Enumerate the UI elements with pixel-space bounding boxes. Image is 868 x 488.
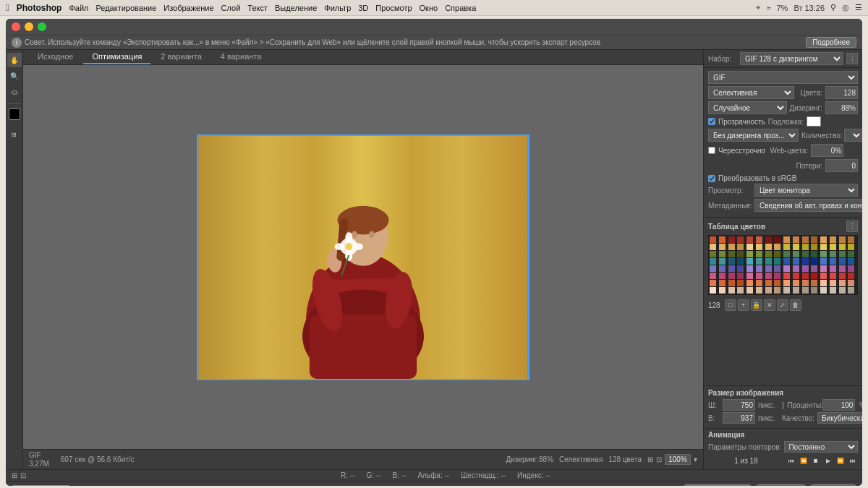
color-cell-126[interactable] — [839, 287, 846, 294]
color-cell-71[interactable] — [774, 265, 780, 272]
menu-text[interactable]: Текст — [247, 4, 268, 12]
shift-color-btn[interactable]: ⤢ — [777, 299, 788, 311]
notification-icon[interactable]: ◎ — [842, 3, 849, 12]
color-cell-43[interactable] — [811, 251, 817, 257]
color-cell-45[interactable] — [830, 251, 836, 257]
apple-logo-icon[interactable]:  — [6, 2, 9, 13]
menu-select[interactable]: Выделение — [275, 4, 317, 12]
color-cell-98[interactable] — [728, 280, 735, 286]
color-cell-6[interactable] — [765, 236, 772, 243]
tool-zoom[interactable]: 🔍 — [7, 69, 22, 83]
percent-input[interactable] — [822, 399, 855, 411]
search-icon[interactable]: ⚲ — [830, 3, 836, 12]
trash-color-btn[interactable]: 🗑 — [790, 299, 801, 311]
menu-view[interactable]: Просмотр — [375, 4, 412, 12]
tool-foreground-color[interactable] — [9, 108, 20, 120]
preset-select[interactable]: GIF 128 с дизерингом — [740, 52, 843, 65]
height-input[interactable] — [723, 412, 755, 424]
anim-next-btn[interactable]: ⏩ — [835, 455, 846, 466]
amount-select[interactable] — [844, 129, 862, 142]
color-cell-94[interactable] — [839, 273, 846, 279]
color-cell-59[interactable] — [811, 258, 817, 265]
color-cell-38[interactable] — [765, 251, 772, 257]
transparency-checkbox[interactable] — [708, 118, 715, 125]
color-cell-93[interactable] — [830, 273, 836, 279]
color-cell-113[interactable] — [719, 287, 726, 294]
color-cell-40[interactable] — [783, 251, 790, 257]
color-cell-57[interactable] — [793, 258, 799, 265]
color-cell-87[interactable] — [774, 273, 780, 279]
color-cell-37[interactable] — [756, 251, 762, 257]
color-cell-76[interactable] — [820, 265, 827, 272]
color-cell-69[interactable] — [756, 265, 762, 272]
color-cell-64[interactable] — [710, 265, 716, 272]
color-cell-97[interactable] — [719, 280, 726, 286]
color-cell-100[interactable] — [746, 280, 753, 286]
width-input[interactable] — [723, 399, 755, 411]
color-cell-14[interactable] — [839, 236, 846, 243]
metadata-select[interactable]: Сведения об авт. правах и контакты — [754, 199, 862, 212]
color-cell-92[interactable] — [820, 273, 827, 279]
color-cell-62[interactable] — [839, 258, 846, 265]
color-cell-68[interactable] — [746, 265, 753, 272]
control-center-icon[interactable]: ☰ — [855, 3, 862, 12]
color-cell-47[interactable] — [848, 251, 854, 257]
color-cell-31[interactable] — [848, 244, 854, 250]
color-cell-105[interactable] — [793, 280, 799, 286]
color-cell-17[interactable] — [719, 244, 726, 250]
color-cell-19[interactable] — [737, 244, 744, 250]
tab-original[interactable]: Исходное — [29, 50, 82, 64]
color-cell-112[interactable] — [710, 287, 716, 294]
dither-algo-select[interactable]: Случайное — [708, 101, 787, 114]
color-cell-82[interactable] — [728, 273, 735, 279]
color-cell-127[interactable] — [848, 287, 854, 294]
color-cell-4[interactable] — [746, 236, 753, 243]
color-cell-61[interactable] — [830, 258, 836, 265]
close-button[interactable] — [12, 22, 20, 31]
preview-select[interactable]: Цвет монитора — [754, 184, 858, 197]
color-cell-0[interactable] — [710, 236, 716, 243]
color-cell-9[interactable] — [793, 236, 799, 243]
zoom-button[interactable] — [38, 22, 46, 31]
color-cell-50[interactable] — [728, 258, 735, 265]
color-cell-30[interactable] — [839, 244, 846, 250]
menu-edit[interactable]: Редактирование — [95, 4, 156, 12]
colors-input[interactable] — [825, 86, 858, 99]
color-cell-106[interactable] — [802, 280, 809, 286]
color-cell-88[interactable] — [783, 273, 790, 279]
menu-3d[interactable]: 3D — [358, 4, 368, 12]
color-cell-115[interactable] — [737, 287, 744, 294]
color-cell-5[interactable] — [756, 236, 762, 243]
color-cell-24[interactable] — [783, 244, 790, 250]
color-cell-117[interactable] — [756, 287, 762, 294]
color-cell-84[interactable] — [746, 273, 753, 279]
layout-1col-btn[interactable]: ⊡ — [20, 471, 26, 479]
color-cell-83[interactable] — [737, 273, 744, 279]
color-cell-91[interactable] — [811, 273, 817, 279]
quality-select[interactable]: Бикубическая — [817, 412, 862, 424]
color-cell-110[interactable] — [839, 280, 846, 286]
color-cell-72[interactable] — [783, 265, 790, 272]
color-cell-124[interactable] — [820, 287, 827, 294]
color-cell-120[interactable] — [783, 287, 790, 294]
color-cell-1[interactable] — [719, 236, 726, 243]
color-cell-114[interactable] — [728, 287, 735, 294]
color-cell-118[interactable] — [765, 287, 772, 294]
color-cell-78[interactable] — [839, 265, 846, 272]
color-cell-95[interactable] — [848, 273, 854, 279]
color-cell-11[interactable] — [811, 236, 817, 243]
color-cell-66[interactable] — [728, 265, 735, 272]
color-cell-18[interactable] — [728, 244, 735, 250]
tab-2variants[interactable]: 2 варианта — [152, 50, 210, 64]
convert-srgb-checkbox[interactable] — [708, 175, 715, 182]
color-cell-70[interactable] — [765, 265, 772, 272]
color-cell-27[interactable] — [811, 244, 817, 250]
color-cell-33[interactable] — [719, 251, 726, 257]
color-cell-101[interactable] — [756, 280, 762, 286]
color-cell-79[interactable] — [848, 265, 854, 272]
loop-select[interactable]: Постоянно — [784, 441, 858, 453]
color-cell-35[interactable] — [737, 251, 744, 257]
color-cell-75[interactable] — [811, 265, 817, 272]
color-cell-26[interactable] — [802, 244, 809, 250]
color-cell-73[interactable] — [793, 265, 799, 272]
